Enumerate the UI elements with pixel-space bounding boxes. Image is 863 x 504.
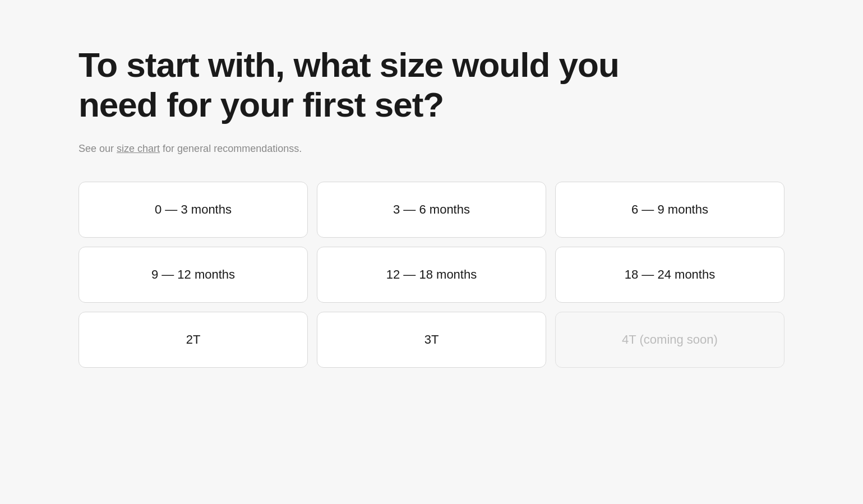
size-grid: 0 — 3 months3 — 6 months6 — 9 months9 — … [79, 182, 784, 368]
size-option-12-18[interactable]: 12 — 18 months [317, 247, 546, 303]
size-option-18-24[interactable]: 18 — 24 months [555, 247, 784, 303]
size-label-6-9: 6 — 9 months [631, 202, 708, 217]
size-label-0-3: 0 — 3 months [155, 202, 232, 217]
size-option-0-3[interactable]: 0 — 3 months [79, 182, 308, 238]
size-label-3t: 3T [424, 332, 439, 347]
size-label-9-12: 9 — 12 months [151, 267, 235, 282]
size-option-2t[interactable]: 2T [79, 312, 308, 368]
size-option-9-12[interactable]: 9 — 12 months [79, 247, 308, 303]
page-container: To start with, what size would you need … [79, 45, 784, 368]
size-option-3t[interactable]: 3T [317, 312, 546, 368]
size-option-4t: 4T (coming soon) [555, 312, 784, 368]
page-title: To start with, what size would you need … [79, 45, 784, 125]
size-label-4t: 4T (coming soon) [622, 332, 718, 347]
size-option-3-6[interactable]: 3 — 6 months [317, 182, 546, 238]
size-option-6-9[interactable]: 6 — 9 months [555, 182, 784, 238]
size-label-2t: 2T [186, 332, 201, 347]
subtitle: See our size chart for general recommend… [79, 143, 784, 155]
size-label-12-18: 12 — 18 months [386, 267, 477, 282]
size-chart-link[interactable]: size chart [117, 143, 160, 154]
size-label-18-24: 18 — 24 months [625, 267, 715, 282]
size-label-3-6: 3 — 6 months [393, 202, 470, 217]
